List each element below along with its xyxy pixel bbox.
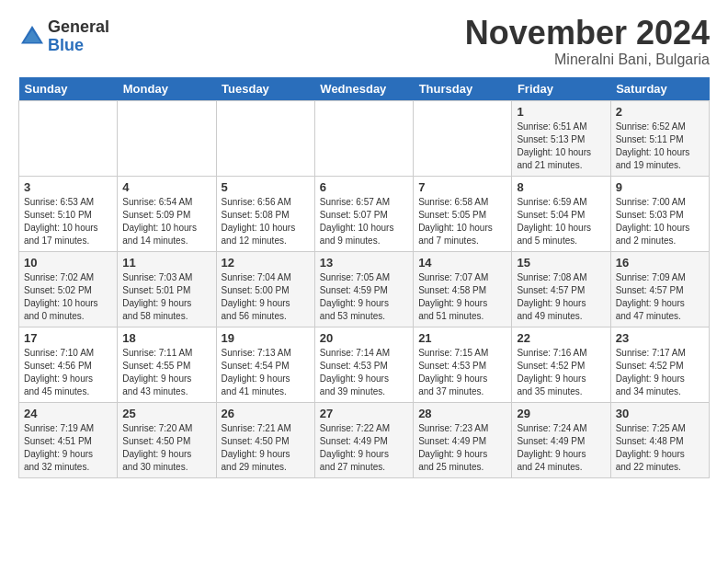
calendar-cell: 12Sunrise: 7:04 AM Sunset: 5:00 PM Dayli… <box>216 251 314 327</box>
day-info: Sunrise: 7:07 AM Sunset: 4:58 PM Dayligh… <box>418 272 488 321</box>
col-wednesday: Wednesday <box>314 77 413 101</box>
day-info: Sunrise: 7:05 AM Sunset: 4:59 PM Dayligh… <box>320 272 390 321</box>
day-info: Sunrise: 7:02 AM Sunset: 5:02 PM Dayligh… <box>24 272 98 321</box>
logo-general: General <box>48 18 109 37</box>
calendar-cell: 24Sunrise: 7:19 AM Sunset: 4:51 PM Dayli… <box>19 402 118 477</box>
day-number: 22 <box>517 331 605 345</box>
header-row: Sunday Monday Tuesday Wednesday Thursday… <box>19 77 710 101</box>
day-number: 1 <box>517 105 605 119</box>
day-number: 16 <box>616 256 704 270</box>
calendar-cell: 3Sunrise: 6:53 AM Sunset: 5:10 PM Daylig… <box>19 176 118 251</box>
day-info: Sunrise: 6:54 AM Sunset: 5:09 PM Dayligh… <box>122 197 197 246</box>
day-number: 25 <box>122 407 210 420</box>
logo-text: General Blue <box>48 18 109 55</box>
calendar-cell: 2Sunrise: 6:52 AM Sunset: 5:11 PM Daylig… <box>610 100 709 176</box>
calendar-cell: 15Sunrise: 7:08 AM Sunset: 4:57 PM Dayli… <box>512 251 610 327</box>
day-number: 10 <box>24 256 112 270</box>
day-number: 17 <box>24 331 112 345</box>
calendar-cell: 25Sunrise: 7:20 AM Sunset: 4:50 PM Dayli… <box>118 402 216 477</box>
calendar-cell: 16Sunrise: 7:09 AM Sunset: 4:57 PM Dayli… <box>610 251 709 327</box>
calendar-header: Sunday Monday Tuesday Wednesday Thursday… <box>19 77 710 101</box>
day-info: Sunrise: 7:09 AM Sunset: 4:57 PM Dayligh… <box>616 272 686 321</box>
calendar-cell: 6Sunrise: 6:57 AM Sunset: 5:07 PM Daylig… <box>314 176 413 251</box>
day-number: 13 <box>320 256 408 270</box>
calendar-row-2: 3Sunrise: 6:53 AM Sunset: 5:10 PM Daylig… <box>19 176 710 251</box>
day-info: Sunrise: 7:24 AM Sunset: 4:49 PM Dayligh… <box>517 423 586 472</box>
month-title: November 2024 <box>465 15 710 52</box>
day-info: Sunrise: 7:08 AM Sunset: 4:57 PM Dayligh… <box>517 272 586 321</box>
calendar-row-4: 17Sunrise: 7:10 AM Sunset: 4:56 PM Dayli… <box>19 327 710 402</box>
day-number: 28 <box>418 407 506 420</box>
day-number: 30 <box>616 407 704 420</box>
day-number: 24 <box>24 407 112 420</box>
day-number: 8 <box>517 180 605 194</box>
calendar-cell <box>118 100 216 176</box>
calendar-cell: 13Sunrise: 7:05 AM Sunset: 4:59 PM Dayli… <box>314 251 413 327</box>
logo: General Blue <box>18 18 109 55</box>
calendar-cell: 19Sunrise: 7:13 AM Sunset: 4:54 PM Dayli… <box>216 327 314 402</box>
day-number: 23 <box>616 331 704 345</box>
calendar-cell: 8Sunrise: 6:59 AM Sunset: 5:04 PM Daylig… <box>512 176 610 251</box>
col-thursday: Thursday <box>414 77 512 101</box>
day-info: Sunrise: 7:25 AM Sunset: 4:48 PM Dayligh… <box>616 423 686 472</box>
day-info: Sunrise: 6:51 AM Sunset: 5:13 PM Dayligh… <box>517 121 591 170</box>
calendar-cell <box>19 100 118 176</box>
calendar-cell: 14Sunrise: 7:07 AM Sunset: 4:58 PM Dayli… <box>414 251 512 327</box>
calendar-cell: 30Sunrise: 7:25 AM Sunset: 4:48 PM Dayli… <box>610 402 709 477</box>
day-info: Sunrise: 7:13 AM Sunset: 4:54 PM Dayligh… <box>222 348 291 396</box>
day-info: Sunrise: 6:52 AM Sunset: 5:11 PM Dayligh… <box>616 121 690 170</box>
calendar-table: Sunday Monday Tuesday Wednesday Thursday… <box>18 77 710 478</box>
page-container: General Blue November 2024 Mineralni Ban… <box>0 0 728 489</box>
calendar-cell: 18Sunrise: 7:11 AM Sunset: 4:55 PM Dayli… <box>118 327 216 402</box>
day-info: Sunrise: 7:11 AM Sunset: 4:55 PM Dayligh… <box>122 348 192 396</box>
calendar-cell: 7Sunrise: 6:58 AM Sunset: 5:05 PM Daylig… <box>414 176 512 251</box>
day-info: Sunrise: 6:57 AM Sunset: 5:07 PM Dayligh… <box>320 197 394 246</box>
calendar-row-5: 24Sunrise: 7:19 AM Sunset: 4:51 PM Dayli… <box>19 402 710 477</box>
title-section: November 2024 Mineralni Bani, Bulgaria <box>465 15 710 68</box>
calendar-cell: 29Sunrise: 7:24 AM Sunset: 4:49 PM Dayli… <box>512 402 610 477</box>
day-info: Sunrise: 6:59 AM Sunset: 5:04 PM Dayligh… <box>517 197 591 246</box>
calendar-cell: 17Sunrise: 7:10 AM Sunset: 4:56 PM Dayli… <box>19 327 118 402</box>
day-info: Sunrise: 7:22 AM Sunset: 4:49 PM Dayligh… <box>320 423 390 472</box>
day-info: Sunrise: 7:10 AM Sunset: 4:56 PM Dayligh… <box>24 348 94 396</box>
logo-icon <box>18 23 46 51</box>
calendar-cell: 1Sunrise: 6:51 AM Sunset: 5:13 PM Daylig… <box>512 100 610 176</box>
day-number: 7 <box>418 180 506 194</box>
logo-blue: Blue <box>48 37 109 55</box>
day-info: Sunrise: 7:23 AM Sunset: 4:49 PM Dayligh… <box>418 423 488 472</box>
day-number: 27 <box>320 407 408 420</box>
day-number: 5 <box>222 180 310 194</box>
day-number: 4 <box>122 180 210 194</box>
calendar-cell: 10Sunrise: 7:02 AM Sunset: 5:02 PM Dayli… <box>19 251 118 327</box>
day-info: Sunrise: 6:56 AM Sunset: 5:08 PM Dayligh… <box>222 197 296 246</box>
col-monday: Monday <box>118 77 216 101</box>
calendar-cell: 5Sunrise: 6:56 AM Sunset: 5:08 PM Daylig… <box>216 176 314 251</box>
day-number: 12 <box>222 256 310 270</box>
day-info: Sunrise: 7:21 AM Sunset: 4:50 PM Dayligh… <box>222 423 291 472</box>
calendar-cell: 4Sunrise: 6:54 AM Sunset: 5:09 PM Daylig… <box>118 176 216 251</box>
calendar-cell: 27Sunrise: 7:22 AM Sunset: 4:49 PM Dayli… <box>314 402 413 477</box>
col-tuesday: Tuesday <box>216 77 314 101</box>
day-info: Sunrise: 7:15 AM Sunset: 4:53 PM Dayligh… <box>418 348 488 396</box>
day-info: Sunrise: 6:58 AM Sunset: 5:05 PM Dayligh… <box>418 197 493 246</box>
day-number: 3 <box>24 180 112 194</box>
col-friday: Friday <box>512 77 610 101</box>
calendar-cell <box>314 100 413 176</box>
day-number: 6 <box>320 180 408 194</box>
day-number: 11 <box>122 256 210 270</box>
day-number: 14 <box>418 256 506 270</box>
col-sunday: Sunday <box>19 77 118 101</box>
day-number: 21 <box>418 331 506 345</box>
day-number: 18 <box>122 331 210 345</box>
day-number: 15 <box>517 256 605 270</box>
calendar-cell: 23Sunrise: 7:17 AM Sunset: 4:52 PM Dayli… <box>610 327 709 402</box>
calendar-row-1: 1Sunrise: 6:51 AM Sunset: 5:13 PM Daylig… <box>19 100 710 176</box>
calendar-body: 1Sunrise: 6:51 AM Sunset: 5:13 PM Daylig… <box>19 100 710 477</box>
day-number: 19 <box>222 331 310 345</box>
page-header: General Blue November 2024 Mineralni Ban… <box>18 15 710 68</box>
day-info: Sunrise: 7:19 AM Sunset: 4:51 PM Dayligh… <box>24 423 94 472</box>
calendar-cell: 21Sunrise: 7:15 AM Sunset: 4:53 PM Dayli… <box>414 327 512 402</box>
day-info: Sunrise: 7:17 AM Sunset: 4:52 PM Dayligh… <box>616 348 686 396</box>
calendar-cell: 26Sunrise: 7:21 AM Sunset: 4:50 PM Dayli… <box>216 402 314 477</box>
calendar-cell <box>216 100 314 176</box>
